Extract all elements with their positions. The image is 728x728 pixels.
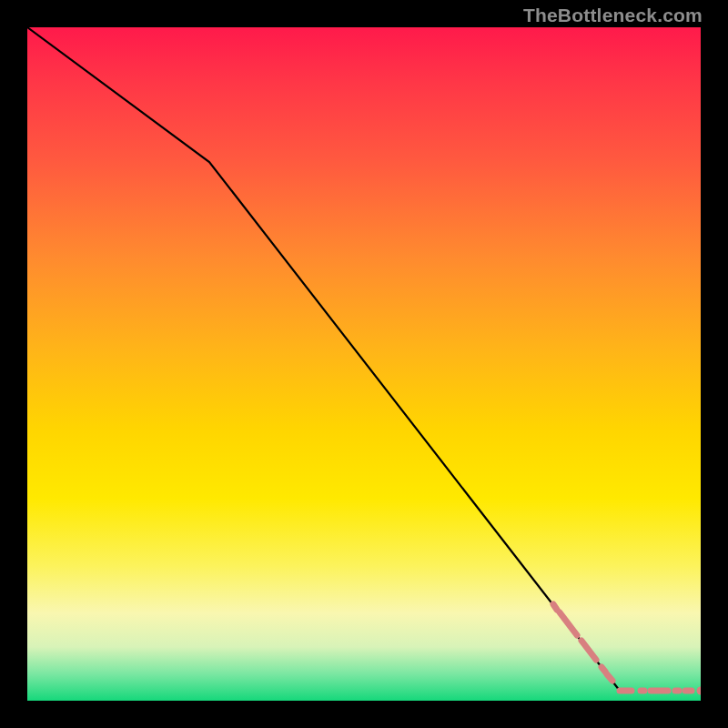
svg-line-4 bbox=[607, 674, 612, 681]
pink-dashes-diagonal bbox=[553, 604, 612, 681]
watermark-text: TheBottleneck.com bbox=[523, 5, 703, 26]
main-curve bbox=[27, 27, 620, 691]
chart-overlay bbox=[27, 27, 701, 701]
svg-line-2 bbox=[581, 641, 596, 660]
svg-line-1 bbox=[560, 612, 577, 635]
endpoint-marker bbox=[697, 687, 702, 695]
chart-stage: TheBottleneck.com bbox=[0, 0, 728, 728]
svg-line-0 bbox=[553, 604, 557, 610]
svg-line-3 bbox=[602, 667, 605, 672]
plot-area bbox=[27, 27, 701, 701]
